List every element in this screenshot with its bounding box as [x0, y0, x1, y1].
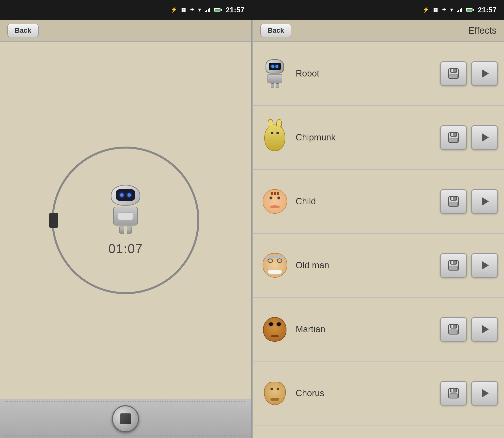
- right-panel-effects: Back Effects Robot: [252, 20, 504, 438]
- svg-rect-18: [450, 266, 457, 270]
- svg-marker-4: [482, 69, 489, 78]
- battery-left: [214, 8, 222, 12]
- effect-avatar-old_man: [259, 249, 291, 281]
- main-panels: Back: [0, 20, 504, 438]
- effect-name-chipmunk: Chipmunk: [296, 132, 435, 143]
- svg-rect-27: [451, 389, 453, 392]
- play-button-robot[interactable]: [471, 61, 498, 86]
- recorder-area: 01:07: [0, 42, 251, 399]
- robot-leg-right: [127, 227, 132, 234]
- effect-avatar-chipmunk: [259, 121, 291, 153]
- play-icon: [478, 195, 491, 208]
- usb-icon: ⚡: [171, 7, 177, 13]
- wifi-icon-right: ▾: [450, 7, 453, 13]
- status-bar-left: ⚡ ▦ ✦ ▾ 21:57: [0, 0, 252, 20]
- status-bar: ⚡ ▦ ✦ ▾ 21:57 ⚡ ▦ ✦ ▾ 21:57: [0, 0, 504, 20]
- save-icon: [447, 259, 460, 272]
- save-button-child[interactable]: [440, 189, 467, 214]
- effect-buttons-robot: [440, 61, 498, 86]
- effect-avatar-martian: [259, 313, 291, 345]
- effect-avatar-chorus: [259, 377, 291, 409]
- save-button-martian[interactable]: [440, 317, 467, 342]
- battery-right: [466, 8, 474, 12]
- svg-rect-7: [451, 133, 453, 136]
- play-icon: [478, 387, 491, 400]
- svg-rect-17: [451, 261, 453, 264]
- mic-toggle[interactable]: [49, 213, 58, 228]
- effect-buttons-child: [440, 189, 498, 214]
- signal-bars-right: [457, 7, 462, 12]
- right-header: Back Effects: [253, 20, 504, 42]
- effect-buttons-old_man: [440, 253, 498, 278]
- robot-head: [111, 185, 140, 206]
- effect-item-child: Child: [253, 170, 504, 234]
- svg-rect-2: [451, 69, 453, 72]
- svg-rect-13: [450, 202, 457, 206]
- effect-buttons-martian: [440, 317, 498, 342]
- stop-button[interactable]: [112, 405, 139, 432]
- effect-item-chipmunk: Chipmunk: [253, 106, 504, 170]
- left-header: Back: [0, 20, 251, 42]
- robot-character: [103, 185, 148, 234]
- robot-torso: [113, 207, 138, 226]
- robot-legs: [119, 227, 132, 234]
- svg-marker-9: [482, 133, 489, 142]
- svg-rect-8: [450, 138, 457, 142]
- robot-face: [116, 189, 135, 201]
- svg-rect-23: [450, 330, 457, 334]
- robot-chest-panel: [118, 212, 133, 220]
- robot-eye-right: [127, 193, 131, 197]
- effect-item-martian: Martian: [253, 298, 504, 362]
- effect-item-chorus: Chorus: [253, 362, 504, 425]
- svg-marker-24: [482, 325, 489, 334]
- effect-buttons-chorus: [440, 381, 498, 406]
- play-icon: [478, 131, 491, 144]
- effect-buttons-chipmunk: [440, 125, 498, 150]
- play-button-chipmunk[interactable]: [471, 125, 498, 150]
- effect-name-child: Child: [296, 196, 435, 207]
- recorder-circle: 01:07: [52, 147, 199, 294]
- robot-eye-left: [120, 193, 124, 197]
- save-icon: [447, 195, 460, 208]
- play-button-martian[interactable]: [471, 317, 498, 342]
- play-icon: [478, 259, 491, 272]
- time-right: 21:57: [478, 6, 497, 14]
- timer-display: 01:07: [108, 241, 143, 256]
- effects-title: Effects: [468, 25, 497, 36]
- play-button-child[interactable]: [471, 189, 498, 214]
- bluetooth-icon: ✦: [190, 7, 194, 13]
- play-icon: [478, 67, 491, 80]
- svg-rect-3: [450, 74, 457, 78]
- effects-list: Robot Chipmunk: [253, 42, 504, 438]
- svg-marker-29: [482, 389, 489, 398]
- play-icon: [478, 323, 491, 336]
- effect-item-old_man: Old man: [253, 234, 504, 298]
- save-icon: [447, 387, 460, 400]
- save-button-chorus[interactable]: [440, 381, 467, 406]
- back-button-left[interactable]: Back: [7, 24, 39, 37]
- effect-name-chorus: Chorus: [296, 388, 435, 398]
- save-icon: [447, 323, 460, 336]
- stop-icon: [120, 413, 131, 424]
- sim-icon-right: ▦: [433, 7, 438, 13]
- effect-avatar-child: [259, 185, 291, 217]
- play-button-old_man[interactable]: [471, 253, 498, 278]
- effect-avatar-robot: [259, 58, 291, 90]
- save-button-chipmunk[interactable]: [440, 125, 467, 150]
- effect-name-old_man: Old man: [296, 260, 435, 271]
- play-button-chorus[interactable]: [471, 381, 498, 406]
- svg-rect-28: [450, 394, 457, 398]
- save-button-old_man[interactable]: [440, 253, 467, 278]
- save-icon: [447, 67, 460, 80]
- back-button-right[interactable]: Back: [260, 24, 292, 37]
- time-left: 21:57: [226, 6, 245, 14]
- save-button-robot[interactable]: [440, 61, 467, 86]
- bluetooth-icon-right: ✦: [442, 7, 446, 13]
- usb-icon-right: ⚡: [423, 7, 429, 13]
- svg-rect-22: [451, 325, 453, 328]
- wifi-icon: ▾: [198, 7, 201, 13]
- status-bar-right: ⚡ ▦ ✦ ▾ 21:57: [252, 0, 504, 20]
- left-panel-recorder: Back: [0, 20, 251, 438]
- effect-name-robot: Robot: [296, 68, 435, 79]
- effect-name-martian: Martian: [296, 324, 435, 334]
